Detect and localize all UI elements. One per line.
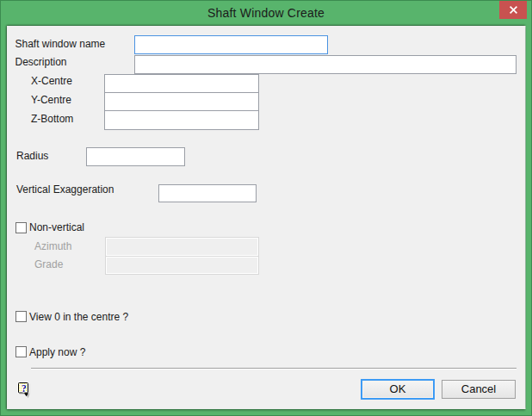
svg-text:?: ? [22,383,27,394]
